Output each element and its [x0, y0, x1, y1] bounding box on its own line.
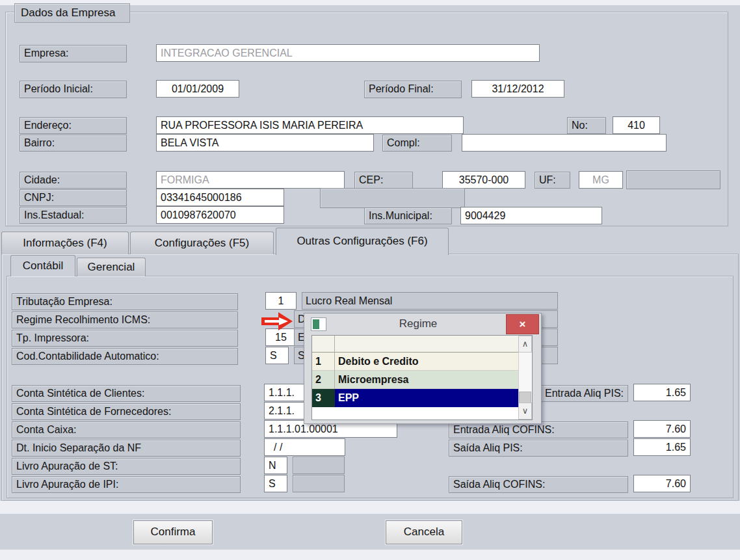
red-arrow-icon — [260, 312, 294, 331]
complemento-field[interactable] — [462, 134, 667, 152]
ins-municipal-field[interactable]: 9004429 — [460, 207, 602, 224]
cep-label: CEP: — [354, 172, 413, 189]
saida-aliq-cofins-label: Saída Aliq COFINS: — [449, 476, 628, 493]
conta-fornecedores-label: Conta Sintética de Fornecedores: — [12, 403, 241, 420]
uf-field[interactable]: MG — [579, 171, 623, 189]
empresa-label: Empresa: — [20, 45, 127, 62]
cod-contabilidade-label: Cod.Contabilidade Automatico: — [12, 348, 238, 365]
scroll-down-icon[interactable]: ∨ — [518, 403, 532, 420]
ins-municipal-label: Ins.Municipal: — [364, 207, 452, 224]
cod-contabilidade-code-field[interactable]: S — [265, 347, 289, 364]
empresa-field[interactable]: INTEGRACAO GERENCIAL — [156, 44, 540, 62]
cidade-label: Cidade: — [20, 172, 127, 189]
periodo-inicial-field[interactable]: 01/01/2009 — [156, 80, 239, 98]
conta-caixa-label: Conta Caixa: — [12, 421, 241, 438]
groupbox-title: Dados da Empresa — [14, 3, 130, 23]
grid-header-code — [312, 336, 335, 353]
tp-impressora-label: Tp. Impressora: — [12, 330, 238, 347]
subtab-contabil[interactable]: Contábil — [10, 255, 75, 276]
regime-grid: 1 Debito e Credito 2 Microempresa 3 EPP … — [311, 335, 533, 420]
dt-inicio-nf-label: Dt. Inicio Separação da NF — [12, 440, 241, 457]
bairro-label: Bairro: — [20, 135, 127, 152]
mid-divider-strip — [0, 501, 740, 514]
subtab-gerencial[interactable]: Gerencial — [77, 258, 146, 276]
cancela-button[interactable]: Cancela — [386, 520, 462, 544]
cnpj-field[interactable]: 03341645000186 — [156, 189, 284, 206]
conta-clientes-label: Conta Sintética de Clientes: — [12, 385, 241, 402]
livro-st-field[interactable]: N — [264, 457, 287, 474]
uf-extra-disabled-field — [626, 170, 720, 189]
livro-ipi-label: Livro Apuração de IPI: — [12, 476, 241, 493]
saida-aliq-pis-label: Saída Aliq PIS: — [449, 440, 628, 457]
tab-informacoes[interactable]: Informações (F4) — [1, 232, 129, 254]
complemento-label: Compl: — [382, 135, 452, 152]
numero-field[interactable]: 410 — [613, 116, 660, 134]
regime-row-code-selected[interactable]: 3 — [312, 389, 335, 407]
dialog-close-button[interactable]: × — [506, 314, 539, 334]
tab-configuracoes[interactable]: Configurações (F5) — [130, 232, 274, 254]
periodo-final-field[interactable]: 31/12/2012 — [471, 80, 564, 98]
tributacao-code-field[interactable]: 1 — [265, 292, 297, 310]
regime-row-name[interactable]: Debito e Credito — [335, 353, 518, 371]
livro-ipi-disabled-field — [293, 475, 345, 492]
bottom-strip — [0, 550, 740, 560]
cep-field[interactable]: 35570-000 — [442, 171, 525, 189]
uf-label: UF: — [535, 172, 570, 189]
livro-ipi-field[interactable]: S — [264, 475, 287, 492]
ins-estadual-label: Ins.Estadual: — [20, 207, 127, 224]
periodo-final-label: Período Final: — [364, 81, 462, 98]
regime-row-code[interactable]: 1 — [312, 353, 335, 371]
ins-estadual-field[interactable]: 0010987620070 — [156, 206, 284, 224]
cnpj-extra-disabled-field — [320, 188, 465, 208]
tributacao-label: Tributação Empresa: — [12, 293, 238, 310]
entrada-aliq-cofins-field[interactable]: 7.60 — [633, 420, 691, 438]
confirma-button[interactable]: Confirma — [133, 520, 213, 544]
tp-impressora-code-field[interactable]: 15 — [265, 328, 297, 346]
entrada-aliq-pis-field[interactable]: 1.65 — [633, 384, 691, 401]
dados-da-empresa-window: Dados da Empresa Empresa: INTEGRACAO GER… — [0, 0, 740, 560]
dt-inicio-nf-field[interactable]: / / — [264, 438, 345, 456]
grid-header-name — [335, 336, 518, 353]
regime-row-code[interactable]: 2 — [312, 371, 335, 389]
periodo-inicial-label: Período Inicial: — [20, 81, 127, 98]
cidade-field[interactable]: FORMIGA — [156, 171, 345, 189]
regime-row-name-selected[interactable]: EPP — [335, 389, 518, 407]
dialog-app-icon — [311, 317, 326, 331]
cnpj-label: CNPJ: — [20, 189, 127, 206]
tab-outras-configuracoes[interactable]: Outras Configurações (F6) — [276, 228, 449, 255]
numero-label: No: — [567, 117, 606, 134]
regime-icms-label: Regime Recolhimento ICMS: — [12, 312, 238, 328]
regime-row-name[interactable]: Microempresa — [335, 371, 518, 389]
bairro-field[interactable]: BELA VISTA — [156, 134, 374, 152]
scroll-up-icon[interactable]: ∧ — [518, 336, 532, 353]
saida-aliq-pis-field[interactable]: 1.65 — [633, 438, 691, 456]
regime-dialog: Regime × 1 Debito e Credito 2 Microempre… — [304, 313, 542, 424]
livro-st-label: Livro Apuração de ST: — [12, 458, 241, 475]
livro-st-disabled-field — [293, 457, 345, 474]
dialog-title: Regime — [330, 313, 506, 334]
saida-aliq-cofins-field[interactable]: 7.60 — [633, 475, 691, 492]
endereco-field[interactable]: RUA PROFESSORA ISIS MARIA PEREIRA — [156, 116, 464, 134]
endereco-label: Endereço: — [20, 117, 127, 134]
tributacao-desc-field: Lucro Real Mensal — [302, 292, 558, 310]
